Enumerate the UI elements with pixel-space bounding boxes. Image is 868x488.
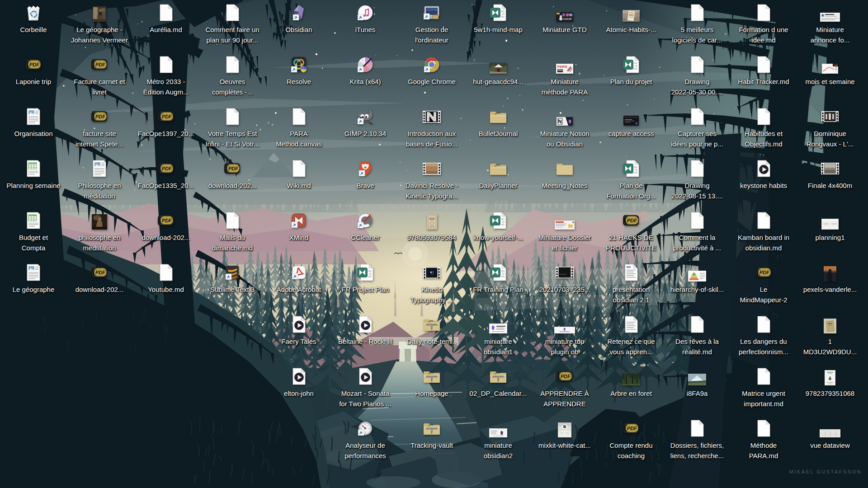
svg-text:PDF: PDF [95,270,105,275]
svg-text:PDF: PDF [627,218,637,223]
svg-text:PDF: PDF [29,62,39,67]
svg-text:PDF: PDF [95,114,105,119]
svg-text:PDF: PDF [627,426,637,431]
svg-text:PDF: PDF [95,62,105,67]
svg-text:PDF: PDF [162,218,172,223]
svg-text:REUSSIR: REUSSIR [559,18,572,20]
svg-text:PDF: PDF [162,114,172,119]
svg-text:MIKAEL GUSTAFSSON: MIKAEL GUSTAFSSON [789,469,862,474]
svg-text:PDF: PDF [561,374,571,379]
svg-text:PDF: PDF [760,270,769,275]
svg-text:PDF: PDF [228,166,238,171]
svg-text:PARA: PARA [557,65,567,69]
svg-text:PDF: PDF [162,166,172,171]
